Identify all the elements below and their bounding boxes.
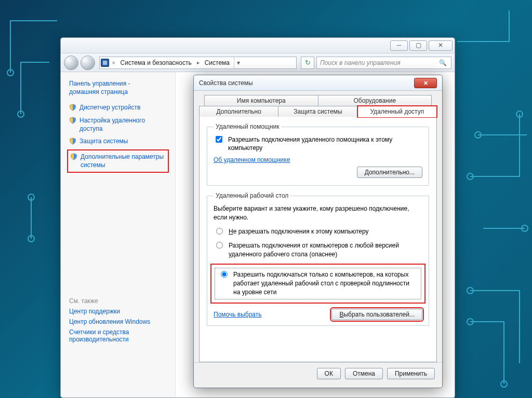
highlight-box: Разрешить подключаться только с компьюте… (210, 264, 425, 303)
dialog-close-button[interactable]: ✕ (414, 78, 437, 88)
tab-computer-name[interactable]: Имя компьютера (204, 95, 318, 106)
svg-point-1 (18, 111, 24, 117)
back-button[interactable] (64, 56, 78, 70)
sidebar-item-device-manager[interactable]: Диспетчер устройств (69, 103, 167, 112)
radio-input[interactable] (221, 271, 228, 278)
chevron-right-icon: ▸ (197, 60, 200, 65)
svg-point-8 (467, 319, 473, 325)
help-choose-link[interactable]: Помочь выбрать (214, 311, 262, 318)
close-button[interactable]: ✕ (429, 40, 453, 51)
shield-icon (69, 138, 76, 145)
shield-icon (70, 153, 77, 160)
see-also-link[interactable]: Центр поддержки (69, 308, 167, 315)
breadcrumb-segment[interactable]: Система и безопасность (118, 59, 194, 66)
sidebar-item-label: Диспетчер устройств (79, 103, 140, 112)
see-also-link[interactable]: Счетчики и средства производительности (69, 328, 167, 343)
radio-label: Разрешать подключения от компьютеров с л… (229, 241, 422, 259)
breadcrumb-separator: « (112, 60, 115, 65)
tab-content: Удаленный помощник Разрешить подключения… (199, 116, 437, 362)
tab-advanced[interactable]: Дополнительно (199, 106, 278, 117)
svg-point-10 (522, 225, 528, 231)
svg-point-0 (7, 70, 14, 76)
allow-remote-assistance-checkbox[interactable] (216, 136, 222, 143)
search-input[interactable]: Поиск в панели управления 🔍 (316, 57, 451, 69)
group-legend: Удаленный рабочий стол (214, 192, 290, 199)
sidebar-item-label: Дополнительные параметры системы (81, 153, 166, 169)
sidebar-item-remote-settings[interactable]: Настройка удаленного доступа (69, 116, 167, 133)
remote-option-any[interactable]: Разрешать подключения от компьютеров с л… (214, 241, 422, 259)
sidebar: Панель управления - домашняя страница Ди… (61, 72, 175, 397)
tab-label: Удаленный доступ (370, 108, 424, 115)
tab-row: Имя компьютера Оборудование (204, 95, 432, 106)
group-intro-text: Выберите вариант и затем укажите, кому р… (214, 204, 422, 222)
refresh-button[interactable]: ↻ (301, 57, 314, 69)
forward-button[interactable] (81, 56, 95, 70)
radio-label: Разрешить подключаться только с компьюте… (233, 270, 418, 296)
sidebar-item-system-protection[interactable]: Защита системы (69, 137, 167, 145)
radio-input[interactable] (216, 242, 223, 249)
about-remote-assistance-link[interactable]: Об удаленном помощнике (214, 156, 290, 163)
svg-point-9 (501, 381, 507, 387)
remote-assistance-advanced-button[interactable]: Дополнительно... (357, 167, 422, 178)
cancel-button[interactable]: Отмена (345, 368, 383, 379)
shield-icon (69, 117, 76, 124)
tab-system-protection[interactable]: Защита системы (278, 106, 357, 117)
apply-button[interactable]: Применить (387, 368, 435, 379)
radio-input[interactable] (216, 228, 223, 235)
group-legend: Удаленный помощник (214, 123, 282, 130)
tab-hardware[interactable]: Оборудование (318, 95, 432, 106)
remote-option-nla[interactable]: Разрешить подключаться только с компьюте… (218, 270, 418, 296)
tab-row: Дополнительно Защита системы Удаленный д… (199, 106, 437, 117)
svg-point-7 (467, 287, 473, 294)
breadcrumb-segment[interactable]: Система (203, 59, 232, 66)
address-dropdown[interactable]: ▾ (234, 57, 242, 68)
svg-point-5 (516, 111, 523, 117)
address-bar[interactable]: « Система и безопасность ▸ Система ▾ (99, 57, 297, 69)
group-remote-desktop: Удаленный рабочий стол Выберите вариант … (207, 192, 429, 325)
checkbox-label: Разрешить подключения удаленного помощни… (228, 135, 422, 152)
radio-label: Не разрешать подключения к этому компьют… (229, 227, 369, 236)
group-remote-assistance: Удаленный помощник Разрешить подключения… (207, 123, 429, 186)
dialog-titlebar: Свойства системы ✕ (194, 75, 442, 91)
svg-point-2 (28, 236, 34, 242)
window-titlebar: ─ ▢ ✕ (61, 38, 455, 53)
control-panel-icon (101, 59, 109, 67)
maximize-button[interactable]: ▢ (409, 40, 427, 51)
tab-remote[interactable]: Удаленный доступ (358, 106, 437, 117)
dialog-title: Свойства системы (199, 79, 253, 87)
sidebar-item-advanced-settings[interactable]: Дополнительные параметры системы (67, 149, 169, 172)
search-icon: 🔍 (437, 59, 448, 66)
svg-point-3 (28, 194, 34, 200)
search-placeholder: Поиск в панели управления (320, 59, 401, 66)
shield-icon (69, 104, 76, 111)
ok-button[interactable]: ОК (317, 368, 341, 379)
minimize-button[interactable]: ─ (390, 40, 408, 51)
dialog-footer: ОК Отмена Применить (194, 362, 442, 385)
svg-point-4 (467, 173, 473, 180)
control-panel-home-link[interactable]: Панель управления - домашняя страница (69, 79, 167, 96)
select-users-button[interactable]: Выбрать пользователей... (331, 309, 422, 320)
sidebar-item-label: Настройка удаленного доступа (79, 116, 167, 133)
navigation-bar: « Система и безопасность ▸ Система ▾ ↻ П… (61, 53, 455, 72)
system-properties-dialog: Свойства системы ✕ Имя компьютера Оборуд… (193, 75, 443, 388)
see-also-header: См. также (69, 297, 167, 305)
sidebar-item-label: Защита системы (79, 137, 128, 145)
remote-option-none[interactable]: Не разрешать подключения к этому компьют… (214, 227, 422, 236)
svg-point-6 (475, 132, 481, 138)
see-also-link[interactable]: Центр обновления Windows (69, 318, 167, 325)
